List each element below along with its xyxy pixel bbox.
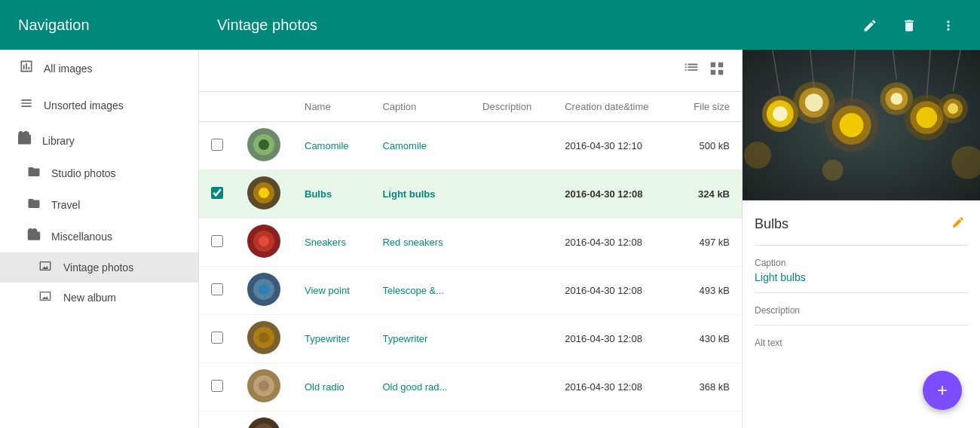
row-thumb-cell [235, 170, 292, 219]
sidebar-item-travel[interactable]: Travel [0, 189, 198, 221]
file-name[interactable]: Camomile [305, 140, 349, 151]
svg-point-39 [840, 113, 864, 137]
table-row: Sneakers Red sneakers 2016-04-30 12:08 4… [199, 219, 742, 267]
sidebar-item-vintage-photos[interactable]: Vintage photos [0, 252, 198, 283]
file-date: 2016-04-30 12:08 [565, 188, 642, 200]
panel-alt-text-label: Alt text [755, 338, 968, 348]
row-checkbox[interactable] [211, 380, 223, 392]
file-name[interactable]: Typewriter [305, 333, 350, 344]
row-caption-cell: Light bulbs [370, 170, 470, 219]
table-row: View point Telescope &... 2016-04-30 12:… [199, 267, 742, 315]
sidebar: All images Unsorted images Library Studi… [0, 50, 199, 428]
row-description-cell [470, 411, 553, 429]
sidebar-item-studio-photos[interactable]: Studio photos [0, 157, 198, 189]
row-thumb-cell [235, 315, 292, 363]
row-checkbox-cell [199, 315, 235, 363]
sidebar-item-library[interactable]: Library [0, 124, 198, 157]
row-filesize-cell: 493 kB [674, 267, 742, 315]
panel-caption-value: Light bulbs [755, 271, 968, 283]
row-filesize-cell: 497 kB [674, 219, 742, 267]
list-view-button[interactable] [678, 56, 704, 85]
row-checkbox[interactable] [211, 235, 223, 247]
row-name-cell: Grinder [292, 411, 370, 429]
thumbnail [247, 417, 280, 428]
divider-2 [755, 292, 968, 293]
sidebar-item-all-images[interactable]: All images [0, 50, 198, 87]
row-caption-cell: Camomile [370, 122, 470, 170]
svg-point-8 [259, 236, 269, 246]
row-thumb-cell [235, 363, 292, 411]
sidebar-item-miscellanous[interactable]: Miscellanous [0, 221, 198, 252]
table-row: Typewriter Typewriter 2016-04-30 12:08 4… [199, 315, 742, 363]
grid-view-button[interactable] [704, 56, 730, 85]
row-date-cell: 2016-04-30 12:08 [553, 170, 674, 219]
edit-button[interactable] [856, 11, 884, 40]
file-name[interactable]: Old radio [305, 381, 345, 393]
file-name[interactable]: View point [305, 285, 350, 296]
panel-alt-text-field: Alt text [755, 338, 968, 348]
thumbnail [247, 225, 280, 258]
studio-photos-icon [27, 165, 42, 182]
row-checkbox-cell [199, 219, 235, 267]
files-table-container: Name Caption Description Creation date&t… [199, 92, 742, 428]
thumbnail [247, 128, 280, 161]
svg-point-48 [948, 103, 958, 114]
delete-button[interactable] [896, 11, 923, 40]
row-thumb-cell [235, 122, 292, 170]
file-date: 2016-04-30 12:08 [565, 381, 642, 393]
sidebar-item-new-album[interactable]: New album [0, 283, 198, 313]
file-name[interactable]: Bulbs [305, 188, 332, 200]
sidebar-item-unsorted[interactable]: Unsorted images [0, 87, 198, 124]
row-checkbox[interactable] [211, 332, 223, 344]
file-date: 2016-04-30 12:10 [565, 140, 642, 151]
row-description-cell [470, 267, 553, 315]
file-caption: Typewriter [382, 333, 427, 344]
row-checkbox[interactable] [211, 139, 223, 151]
header-actions [838, 11, 980, 40]
col-date: Creation date&time [553, 92, 674, 122]
row-description-cell [470, 219, 553, 267]
row-checkbox[interactable] [211, 283, 223, 295]
row-date-cell: 2016-04-30 12:08 [553, 411, 674, 429]
more-button[interactable] [935, 11, 962, 40]
panel-edit-button[interactable] [948, 212, 968, 236]
album-title: Vintage photos [199, 17, 838, 34]
file-size: 368 kB [700, 381, 730, 393]
preview-image [743, 50, 980, 200]
col-thumb [235, 92, 292, 122]
file-size: 500 kB [700, 140, 730, 151]
files-table: Name Caption Description Creation date&t… [199, 92, 742, 428]
file-name[interactable]: Sneakers [305, 237, 346, 248]
thumbnail [247, 369, 280, 402]
unsorted-label: Unsorted images [44, 99, 124, 112]
row-checkbox-cell [199, 170, 235, 219]
file-caption: Telescope &... [382, 285, 444, 296]
table-row: Grinder Cofee grinder 2016-04-30 12:08 3… [199, 411, 742, 429]
fab-button[interactable]: + [923, 371, 962, 410]
row-filesize-cell: 378 kB [674, 411, 742, 429]
travel-icon [27, 197, 42, 213]
svg-point-11 [259, 284, 269, 295]
svg-point-14 [259, 332, 269, 343]
row-date-cell: 2016-04-30 12:08 [553, 219, 674, 267]
view-toolbar [199, 50, 742, 92]
new-album-icon [39, 290, 54, 305]
row-checkbox[interactable] [211, 187, 223, 199]
vintage-photos-icon [39, 260, 54, 275]
row-date-cell: 2016-04-30 12:08 [553, 363, 674, 411]
content-area: Name Caption Description Creation date&t… [199, 50, 742, 428]
miscellanous-label: Miscellanous [51, 231, 112, 243]
panel-caption-label: Caption [755, 258, 968, 268]
row-name-cell: Typewriter [292, 315, 370, 363]
row-caption-cell: Telescope &... [370, 267, 470, 315]
svg-point-50 [822, 160, 844, 181]
row-thumb-cell [235, 411, 292, 429]
row-checkbox-cell [199, 267, 235, 315]
col-description: Description [470, 92, 553, 122]
unsorted-icon [18, 96, 35, 115]
main-layout: All images Unsorted images Library Studi… [0, 50, 980, 428]
panel-caption-field: Caption Light bulbs [755, 258, 968, 283]
col-name: Name [292, 92, 370, 122]
row-thumb-cell [235, 267, 292, 315]
all-images-icon [18, 59, 35, 78]
